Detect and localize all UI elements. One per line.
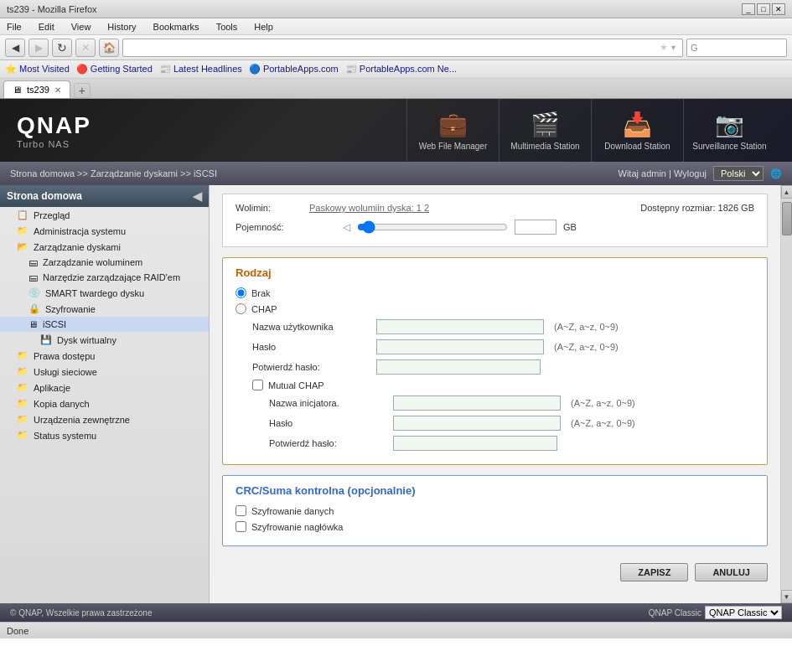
crc-data-row: Szyfrowanie danych <box>236 505 754 516</box>
url-input[interactable]: http://192.168.0.4:8080/cgi-bin/index.cg… <box>128 43 660 53</box>
right-scrollbar[interactable]: ▲ ▼ <box>780 185 792 603</box>
menu-tools[interactable]: Tools <box>213 22 241 32</box>
capacity-input[interactable]: 64 <box>515 220 556 235</box>
password-input[interactable] <box>376 339 544 354</box>
initiator-confirm-label: Potwierdź hasło: <box>269 438 386 448</box>
rodzaj-section: Rodzaj Brak CHAP Nazwa użytkownika (A~Z,… <box>222 257 768 465</box>
sidebar-item-zarzadzanie-dyskami[interactable]: 📂 Zarządzanie dyskami <box>0 239 209 255</box>
forward-button[interactable]: ▶ <box>28 39 49 57</box>
sidebar-item-zarzadzanie-woluminem[interactable]: 🖴 Zarządzanie woluminem <box>0 255 209 270</box>
tab-label: ts239 <box>27 85 49 95</box>
menu-view[interactable]: View <box>68 22 95 32</box>
nav-multimedia-station[interactable]: 🎬 Multimedia Station <box>499 99 591 162</box>
close-button[interactable]: ✕ <box>772 3 785 15</box>
minimize-button[interactable]: _ <box>742 3 755 15</box>
menu-edit[interactable]: Edit <box>35 22 58 32</box>
confirm-password-input[interactable] <box>376 359 541 375</box>
sidebar-collapse-button[interactable]: ◀ <box>193 189 202 203</box>
crc-data-checkbox[interactable] <box>236 505 246 516</box>
sidebar-item-urzadzenia[interactable]: 📁 Urządzenia zewnętrzne <box>0 411 209 427</box>
przeglad-label: Przegląd <box>34 210 70 220</box>
menu-help[interactable]: Help <box>251 22 277 32</box>
theme-select[interactable]: QNAP Classic <box>705 606 782 619</box>
sidebar-item-kopia-danych[interactable]: 📁 Kopia danych <box>0 395 209 411</box>
bookmark-most-visited[interactable]: ⭐ Most Visited <box>5 64 70 75</box>
stop-button[interactable]: ✕ <box>75 39 96 57</box>
browser-title: ts239 - Mozilla Firefox <box>7 4 97 14</box>
sidebar-item-narzedzie-raid[interactable]: 🖴 Narzędzie zarządzające RAID'em <box>0 270 209 285</box>
scroll-thumb[interactable] <box>782 202 792 235</box>
new-tab-button[interactable]: + <box>74 83 91 98</box>
sidebar-item-aplikacje[interactable]: 📁 Aplikacje <box>0 380 209 395</box>
urzadzenia-label: Urządzenia zewnętrzne <box>34 415 130 425</box>
raid-icon: 🖴 <box>28 272 38 282</box>
maximize-button[interactable]: □ <box>757 3 770 15</box>
cancel-button[interactable]: ANULUJ <box>695 563 768 582</box>
search-bar[interactable]: G 🔍 <box>686 39 787 57</box>
bookmark-latest-headlines[interactable]: 📰 Latest Headlines <box>159 64 242 75</box>
zarzadzanie-dyskami-label: Zarządzanie dyskami <box>34 242 121 252</box>
breadcrumb: Strona domowa >> Zarządzanie dyskami >> … <box>10 168 217 178</box>
sidebar-item-prawa-dostepu[interactable]: 📁 Prawa dostępu <box>0 348 209 364</box>
nav-surveillance-station[interactable]: 📷 Surveillance Station <box>683 99 775 162</box>
language-select[interactable]: Polski <box>713 166 764 181</box>
smart-label: SMART twardego dysku <box>45 288 144 298</box>
bookmark-getting-started[interactable]: 🔴 Getting Started <box>76 64 153 75</box>
sidebar-item-status[interactable]: 📁 Status systemu <box>0 427 209 443</box>
sidebar-item-smart[interactable]: 💿 SMART twardego dysku <box>0 285 209 301</box>
search-input[interactable] <box>698 43 792 53</box>
scroll-down-arrow[interactable]: ▼ <box>781 590 793 603</box>
content-wrapper: Wolimin: Paskowy wolumiin dyska: 1 2 Dos… <box>210 185 792 603</box>
mutual-chap-checkbox[interactable] <box>252 380 263 390</box>
sidebar-item-iscsi[interactable]: 🖥 iSCSI <box>0 317 209 332</box>
status-bar: Done <box>0 622 792 638</box>
scroll-up-arrow[interactable]: ▲ <box>781 185 793 199</box>
capacity-slider[interactable] <box>357 220 508 234</box>
back-button[interactable]: ◀ <box>5 39 25 57</box>
crc-data-label: Szyfrowanie danych <box>251 506 334 516</box>
sidebar-item-przeglad[interactable]: 📋 Przegląd <box>0 207 209 223</box>
menu-history[interactable]: History <box>104 22 139 32</box>
save-button[interactable]: ZAPISZ <box>620 563 688 582</box>
browser-title-bar: ts239 - Mozilla Firefox _ □ ✕ <box>0 0 792 18</box>
sidebar-item-szyfrowanie[interactable]: 🔒 Szyfrowanie <box>0 301 209 317</box>
window-controls[interactable]: _ □ ✕ <box>742 3 785 15</box>
menu-bookmarks[interactable]: Bookmarks <box>150 22 203 32</box>
sidebar-item-dysk-wirtualny[interactable]: 💾 Dysk wirtualny <box>0 332 209 348</box>
bookmark-portableapps2[interactable]: 📰 PortableApps.com Ne... <box>345 64 457 75</box>
password-hint: (A~Z, a~z, 0~9) <box>554 342 619 352</box>
crc-header-label: Szyfrowanie nagłówka <box>251 522 343 532</box>
menu-file[interactable]: File <box>3 22 25 32</box>
initiator-confirm-input[interactable] <box>393 436 557 451</box>
szyfrowanie-label: Szyfrowanie <box>45 304 96 314</box>
status-text: Done <box>7 626 28 636</box>
aplikacje-label: Aplikacje <box>34 383 70 393</box>
kopia-folder-icon: 📁 <box>17 398 28 409</box>
password-row: Hasło (A~Z, a~z, 0~9) <box>236 339 754 354</box>
uslugi-sieciowe-label: Usługi sieciowe <box>34 367 97 377</box>
qnap-logo: QNAP Turbo NAS <box>17 112 91 149</box>
radio-brak[interactable] <box>236 287 246 298</box>
volume-value[interactable]: Paskowy wolumiin dyska: 1 2 <box>309 203 429 213</box>
initiator-password-input[interactable] <box>393 416 561 431</box>
nav-download-station[interactable]: 📥 Download Station <box>591 99 683 162</box>
tab-ts239[interactable]: 🖥 ts239 ✕ <box>3 80 70 98</box>
sidebar-item-uslugi-sieciowe[interactable]: 📁 Usługi sieciowe <box>0 364 209 380</box>
menu-bar: File Edit View History Bookmarks Tools H… <box>0 18 792 35</box>
sidebar-item-admin-systemu[interactable]: 📁 Administracja systemu <box>0 223 209 239</box>
bookmark-portableapps[interactable]: 🔵 PortableApps.com <box>249 64 339 75</box>
reload-button[interactable]: ↻ <box>52 39 72 57</box>
address-bar[interactable]: http://192.168.0.4:8080/cgi-bin/index.cg… <box>122 39 683 57</box>
bookmarks-bar: ⭐ Most Visited 🔴 Getting Started 📰 Lates… <box>0 60 792 79</box>
nav-web-file-manager[interactable]: 💼 Web File Manager <box>406 99 499 162</box>
radio-chap[interactable] <box>236 303 246 314</box>
scroll-track[interactable] <box>781 199 793 590</box>
home-button[interactable]: 🏠 <box>99 39 119 57</box>
crc-header-checkbox[interactable] <box>236 521 246 532</box>
multimedia-station-icon: 🎬 <box>531 111 560 138</box>
initiator-name-input[interactable] <box>393 395 561 411</box>
down-icon: ▼ <box>670 44 677 52</box>
username-input[interactable] <box>376 319 544 334</box>
narzedzie-raid-label: Narzędzie zarządzające RAID'em <box>43 272 180 282</box>
tab-close-button[interactable]: ✕ <box>54 85 61 95</box>
